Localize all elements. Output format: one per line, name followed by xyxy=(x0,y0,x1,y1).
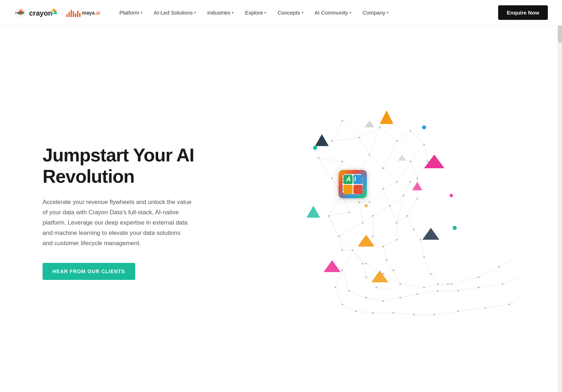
svg-line-60 xyxy=(373,205,390,216)
svg-marker-195 xyxy=(371,270,388,282)
svg-line-94 xyxy=(414,230,420,240)
svg-rect-222 xyxy=(362,186,363,187)
svg-line-97 xyxy=(431,274,437,284)
svg-point-201 xyxy=(450,194,453,197)
logo-separator xyxy=(62,7,62,18)
nav-item-ai-community[interactable]: AI Community ▾ xyxy=(310,7,356,18)
svg-line-48 xyxy=(383,182,397,188)
svg-line-59 xyxy=(363,216,373,222)
crayon-logo[interactable]: crayon crayon xyxy=(14,6,57,19)
svg-point-167 xyxy=(382,245,384,247)
svg-line-16 xyxy=(332,120,342,141)
svg-line-88 xyxy=(383,239,397,246)
svg-point-169 xyxy=(386,259,387,261)
svg-line-103 xyxy=(356,311,373,313)
svg-point-170 xyxy=(392,269,394,271)
svg-point-112 xyxy=(358,137,360,138)
svg-point-184 xyxy=(457,310,459,312)
svg-point-150 xyxy=(406,215,408,217)
svg-point-174 xyxy=(430,273,432,275)
svg-line-109 xyxy=(485,304,509,308)
hero-content: Jumpstart Your AI Revolution Accelerate … xyxy=(43,145,213,280)
svg-rect-218 xyxy=(342,186,343,187)
navbar: crayon crayon maya.ai xyxy=(0,0,562,26)
svg-point-122 xyxy=(338,235,340,237)
svg-line-62 xyxy=(397,195,403,223)
svg-rect-217 xyxy=(342,181,343,182)
svg-line-96 xyxy=(424,256,431,274)
svg-point-141 xyxy=(382,188,384,189)
svg-line-73 xyxy=(349,291,366,297)
svg-point-129 xyxy=(478,276,479,278)
crayon-logo-icon: crayon xyxy=(14,6,27,19)
svg-point-179 xyxy=(355,310,357,312)
svg-text:A: A xyxy=(346,176,351,183)
svg-line-35 xyxy=(383,141,397,168)
svg-line-107 xyxy=(434,311,458,315)
nav-item-company[interactable]: Company ▾ xyxy=(358,7,393,18)
svg-line-102 xyxy=(342,304,356,311)
svg-point-142 xyxy=(389,205,391,206)
chevron-down-icon: ▾ xyxy=(232,11,233,15)
svg-marker-191 xyxy=(307,205,320,217)
hero-title: Jumpstart Your AI Revolution xyxy=(43,145,213,187)
svg-line-40 xyxy=(417,161,428,178)
svg-line-71 xyxy=(342,250,353,270)
nav-item-concepts[interactable]: Concepts ▾ xyxy=(272,7,308,18)
svg-point-202 xyxy=(453,226,457,230)
svg-rect-216 xyxy=(342,178,343,180)
nav-item-platform[interactable]: Platform ▾ xyxy=(114,7,147,18)
svg-rect-204 xyxy=(343,175,353,184)
nav-item-industries[interactable]: Industries ▾ xyxy=(202,7,238,18)
svg-point-130 xyxy=(498,266,500,268)
svg-line-91 xyxy=(387,260,393,270)
svg-line-87 xyxy=(373,236,383,247)
svg-text:crayon: crayon xyxy=(29,9,53,17)
svg-point-135 xyxy=(417,177,418,179)
svg-point-158 xyxy=(417,293,418,295)
svg-point-165 xyxy=(375,286,377,288)
svg-point-148 xyxy=(372,215,374,217)
svg-rect-213 xyxy=(350,193,351,195)
svg-rect-220 xyxy=(362,178,363,180)
svg-line-58 xyxy=(359,202,363,223)
svg-marker-193 xyxy=(358,234,375,247)
svg-marker-197 xyxy=(398,154,406,160)
enquire-now-button[interactable]: Enquire Now xyxy=(498,5,548,20)
svg-line-28 xyxy=(451,277,479,284)
svg-line-51 xyxy=(404,182,411,195)
svg-point-162 xyxy=(502,283,503,285)
nav-item-explore[interactable]: Explore ▾ xyxy=(240,7,271,18)
ai-chip-icon: A I xyxy=(338,170,367,198)
svg-line-47 xyxy=(370,188,383,202)
svg-point-116 xyxy=(423,143,425,145)
svg-marker-192 xyxy=(422,228,439,240)
svg-point-183 xyxy=(434,314,435,315)
svg-rect-212 xyxy=(347,193,348,195)
svg-line-34 xyxy=(370,154,383,168)
svg-line-26 xyxy=(400,284,424,287)
svg-point-119 xyxy=(331,177,333,179)
svg-line-100 xyxy=(336,270,342,287)
maya-logo[interactable]: maya.ai xyxy=(66,9,100,17)
hero-illustration: A I xyxy=(213,88,519,337)
hear-from-clients-button[interactable]: HEAR FROM OUR CLIENTS xyxy=(43,263,135,280)
svg-point-153 xyxy=(341,269,343,271)
hero-section: Jumpstart Your AI Revolution Accelerate … xyxy=(0,26,562,392)
svg-line-101 xyxy=(336,287,342,304)
svg-marker-196 xyxy=(364,120,375,127)
svg-rect-214 xyxy=(354,193,356,195)
svg-marker-194 xyxy=(324,260,341,272)
svg-line-95 xyxy=(421,239,424,256)
svg-line-61 xyxy=(390,205,397,222)
svg-marker-188 xyxy=(315,134,329,146)
svg-point-173 xyxy=(423,256,425,258)
nav-item-ai-led-solutions[interactable]: AI-Led Solutions ▾ xyxy=(149,7,201,18)
svg-point-126 xyxy=(400,283,401,285)
svg-point-114 xyxy=(396,140,398,142)
svg-point-124 xyxy=(365,263,367,264)
svg-rect-208 xyxy=(347,173,348,175)
svg-line-23 xyxy=(353,250,366,263)
svg-point-140 xyxy=(369,201,370,203)
svg-point-176 xyxy=(447,283,449,285)
